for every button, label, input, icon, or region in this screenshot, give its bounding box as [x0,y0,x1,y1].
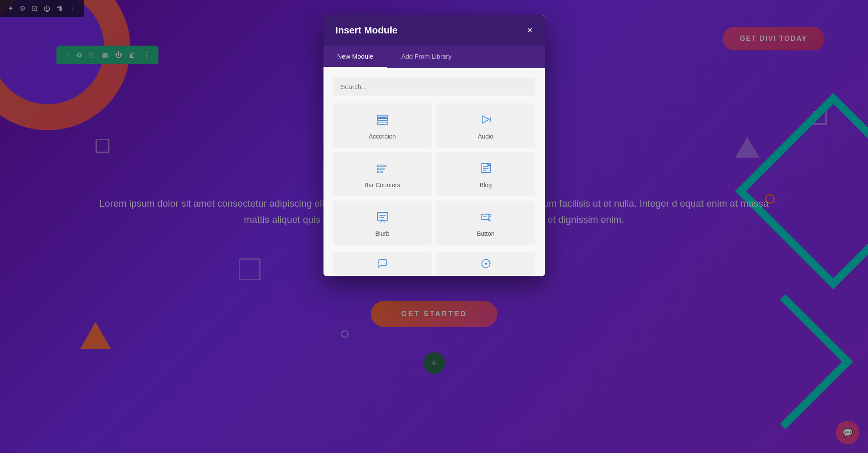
svg-rect-6 [377,168,384,170]
modal-body: Accordion Audio [323,68,545,276]
module-item-callout[interactable] [333,252,432,276]
module-item-blurb[interactable]: Blurb [333,201,432,245]
tab-new-module[interactable]: New Module [323,46,387,68]
svg-marker-4 [483,116,489,123]
svg-rect-7 [377,171,383,173]
svg-point-20 [488,215,491,217]
modal-close-button[interactable]: × [527,26,533,35]
blog-icon [479,162,492,176]
module-label-audio: Audio [478,133,494,140]
module-search-input[interactable] [333,78,535,96]
circle-counter-icon [480,258,492,272]
modules-grid: Accordion Audio [333,103,535,252]
button-icon [479,210,492,225]
insert-module-modal: Insert Module × New Module Add From Libr… [323,15,545,276]
accordion-icon [376,113,389,128]
callout-icon [377,258,388,272]
module-item-blog[interactable]: Blog [436,152,535,196]
blurb-icon [376,210,389,225]
modal-overlay: Insert Module × New Module Add From Libr… [0,0,868,453]
module-item-button[interactable]: Button [436,201,535,245]
module-label-bar-counters: Bar Counters [364,182,400,188]
audio-icon [479,113,492,128]
module-item-accordion[interactable]: Accordion [333,103,432,148]
modal-title: Insert Module [336,25,398,36]
svg-rect-15 [377,212,388,220]
module-item-audio[interactable]: Audio [436,103,535,148]
modules-grid-partial [333,252,535,276]
module-label-blurb: Blurb [375,230,389,237]
bar-counters-icon [376,162,389,176]
module-item-bar-counters[interactable]: Bar Counters [333,152,432,196]
module-label-blog: Blog [479,182,492,188]
svg-rect-5 [377,165,386,167]
svg-point-22 [485,262,487,265]
module-item-circle-counter[interactable] [436,252,535,276]
modal-header: Insert Module × [323,15,545,46]
svg-rect-1 [377,119,388,121]
modal-tabs: New Module Add From Library [323,46,545,68]
svg-rect-2 [377,122,388,124]
module-label-accordion: Accordion [369,133,396,140]
tab-add-from-library[interactable]: Add From Library [387,46,465,68]
module-label-button: Button [477,230,494,237]
